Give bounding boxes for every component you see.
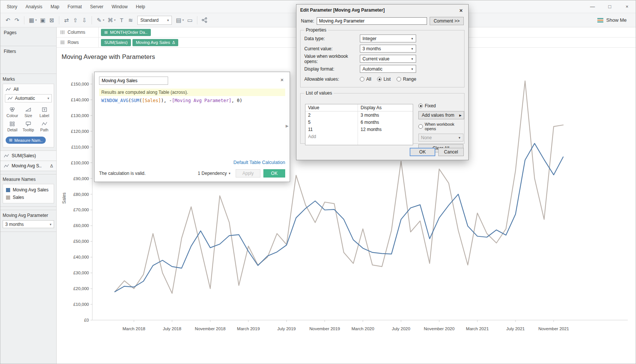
display-as-cell[interactable]: 6 months (358, 119, 413, 126)
menu-story[interactable]: Story (3, 3, 21, 11)
filters-shelf[interactable]: Filters (0, 46, 56, 74)
value-cell[interactable]: 2 (305, 111, 358, 119)
list-of-values-table[interactable]: Value Display As 2 3 months 5 6 months 1… (305, 104, 413, 145)
calc-ok-button[interactable]: OK (263, 169, 285, 177)
svg-text:£90,000: £90,000 (73, 176, 89, 181)
expand-panel-icon[interactable]: ▶ (286, 124, 289, 128)
detail-button[interactable]: Detail (5, 120, 20, 133)
sort-descending-icon[interactable]: ⇩ (80, 15, 89, 25)
pill-sum-sales[interactable]: SUM(Sales) (101, 39, 131, 46)
expand-date-icon[interactable]: ⊞ (104, 30, 108, 35)
presentation-mode-icon[interactable]: ▭ (185, 15, 194, 25)
parameter-value-select[interactable]: 3 months ▾ (3, 220, 54, 228)
close-icon[interactable]: × (457, 7, 465, 14)
swap-rows-columns-icon[interactable]: ⇄ (62, 15, 71, 25)
colour-icon (9, 107, 15, 112)
close-icon[interactable]: × (618, 1, 636, 12)
group-members-icon[interactable]: ⌘ (106, 15, 115, 25)
close-icon[interactable]: × (279, 77, 285, 83)
path-button[interactable]: Path (37, 120, 52, 133)
param-name-input[interactable] (317, 17, 427, 25)
value-when-workbook-opens-select[interactable]: Current value ▾ (360, 55, 416, 63)
label-label: Label (39, 113, 49, 118)
list-of-values-groupbox: List of values Value Display As 2 3 mont… (300, 90, 465, 144)
display-as-cell[interactable]: 12 months (358, 126, 413, 133)
marks-all-row[interactable]: All (5, 86, 52, 94)
display-as-cell[interactable]: 3 months (358, 111, 413, 119)
legend-item-moving-avg[interactable]: Moving Avg Sales (5, 186, 51, 194)
add-values-from-button[interactable]: Add values from ▸ (418, 111, 464, 119)
add-value-cell[interactable]: Add (305, 133, 358, 140)
clear-sheet-icon[interactable]: ⊠ (47, 15, 56, 25)
undo-icon[interactable]: ↶ (3, 15, 12, 25)
chevron-down-icon[interactable]: ▾ (103, 18, 106, 22)
field-row-sum-sales[interactable]: SUM(Sales) (0, 151, 56, 161)
table-row[interactable]: 11 12 months (305, 126, 413, 133)
tooltip-button[interactable]: Tooltip (21, 120, 36, 133)
svg-text:£130,000: £130,000 (71, 113, 89, 118)
measure-names-pill[interactable]: ⊞ Measure Nam.. (6, 137, 46, 144)
menu-analysis[interactable]: Analysis (22, 3, 46, 11)
label-button[interactable]: Label (37, 105, 52, 119)
show-me-button[interactable]: Show Me (597, 17, 633, 23)
pages-shelf[interactable]: Pages (0, 27, 56, 46)
table-add-row[interactable]: Add (305, 133, 413, 140)
mark-labels-icon[interactable]: ▤ (174, 15, 183, 25)
menu-server[interactable]: Server (87, 3, 107, 11)
minimize-icon[interactable]: — (584, 1, 601, 12)
default-table-calculation-link[interactable]: Default Table Calculation (233, 160, 285, 165)
pill-month-order-date[interactable]: ⊞ MONTH(Order Da.. (101, 29, 151, 36)
when-workbook-opens-radio[interactable]: When workbook opens (418, 122, 464, 131)
chevron-down-icon[interactable]: ▾ (35, 18, 38, 22)
current-value-select[interactable]: 3 months ▾ (360, 45, 416, 53)
display-format-select[interactable]: Automatic ▾ (360, 65, 416, 73)
svg-text:November 2020: November 2020 (424, 326, 455, 331)
cancel-button[interactable]: Cancel (438, 148, 464, 156)
chevron-down-icon[interactable]: ▾ (114, 18, 117, 22)
duplicate-sheet-icon[interactable]: ▣ (38, 15, 47, 25)
fixed-radio[interactable]: Fixed (418, 103, 464, 108)
size-button[interactable]: Size (21, 105, 36, 119)
colour-label: Colour (6, 113, 18, 118)
share-icon[interactable] (200, 15, 209, 25)
field-row-moving-avg[interactable]: Moving Avg S.. Δ (0, 161, 56, 171)
toolbar-divider (59, 16, 59, 24)
value-cell[interactable]: 5 (305, 119, 358, 126)
redo-icon[interactable]: ↷ (12, 15, 21, 25)
colour-button[interactable]: Colour (5, 105, 20, 119)
path-label: Path (40, 128, 48, 132)
maximize-icon[interactable]: □ (601, 1, 618, 12)
pill-moving-avg-sales[interactable]: Moving Avg Sales Δ (132, 39, 178, 46)
menu-format[interactable]: Format (64, 3, 85, 11)
fix-axes-icon[interactable]: ≋ (126, 15, 135, 25)
menu-help[interactable]: Help (132, 3, 149, 11)
view-fit-select[interactable]: Standard ▾ (137, 16, 172, 25)
svg-text:March 2020: March 2020 (352, 326, 374, 331)
highlight-icon[interactable]: ✎ (95, 15, 104, 25)
calc-dialog-header: × (95, 72, 290, 85)
legend-item-sales[interactable]: Sales (5, 194, 51, 201)
data-type-select[interactable]: Integer ▾ (360, 35, 416, 42)
param-dialog-footer: OK Cancel (410, 148, 464, 156)
columns-label: Columns (68, 30, 85, 35)
new-worksheet-icon[interactable]: ▦ (27, 15, 36, 25)
grid-icon: ⊞ (9, 138, 12, 143)
ok-button[interactable]: OK (410, 148, 435, 156)
allowable-all-radio[interactable]: All (360, 77, 371, 82)
table-row[interactable]: 2 3 months (305, 111, 413, 119)
apply-button[interactable]: Apply (236, 169, 260, 177)
allowable-range-radio[interactable]: Range (397, 77, 416, 82)
menu-map[interactable]: Map (47, 3, 63, 11)
chevron-down-icon[interactable]: ▾ (182, 18, 185, 22)
allowable-list-radio[interactable]: List (377, 77, 391, 82)
sort-ascending-icon[interactable]: ⇧ (71, 15, 80, 25)
table-row[interactable]: 5 6 months (305, 119, 413, 126)
menu-window[interactable]: Window (108, 3, 131, 11)
mark-type-select[interactable]: Automatic ▾ (5, 94, 52, 102)
value-cell[interactable]: 11 (305, 126, 358, 133)
comment-button[interactable]: Comment >> (430, 17, 464, 25)
text-label-icon[interactable]: T (117, 15, 126, 25)
calc-name-input[interactable] (99, 77, 168, 85)
calc-formula-editor[interactable]: WINDOW_AVG(SUM([Sales]), -[Moving Avg Pa… (99, 97, 285, 104)
dependency-dropdown[interactable]: 1 Dependency ▾ (198, 171, 230, 176)
